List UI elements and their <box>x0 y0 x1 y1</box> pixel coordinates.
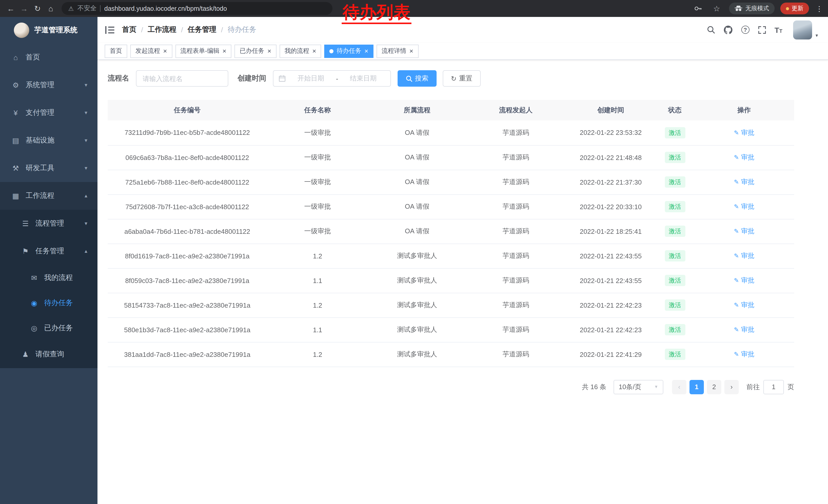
page-size-value: 10条/页 <box>619 382 641 392</box>
action-cell: ✎审批 <box>694 145 794 170</box>
page-button-2[interactable]: 2 <box>707 380 721 394</box>
table-row: 75d72608-7b7f-11ec-a3c8-acde48001122一级审批… <box>108 194 794 219</box>
user-menu[interactable]: ▼ <box>793 20 819 39</box>
breadcrumb-separator: / <box>141 26 143 34</box>
approve-button[interactable]: ✎审批 <box>734 251 754 261</box>
font-size-small-T: T <box>779 29 782 34</box>
octocat-icon <box>724 26 733 34</box>
approve-label: 审批 <box>741 301 754 310</box>
next-page-button[interactable]: › <box>724 380 739 394</box>
browser-forward-button[interactable]: → <box>17 2 31 15</box>
approve-button[interactable]: ✎审批 <box>734 301 754 310</box>
user-icon: ♟ <box>21 350 30 358</box>
end-date-placeholder: 结束日期 <box>341 74 385 83</box>
app-logo[interactable]: 芋道管理系统 <box>0 17 97 44</box>
sidebar-item-home[interactable]: ⌂首页 <box>0 44 97 71</box>
sidebar-item-my-process[interactable]: ✉我的流程 <box>0 265 97 290</box>
date-range-separator: - <box>336 75 338 82</box>
sidebar-item-system[interactable]: ⚙系统管理▼ <box>0 71 97 99</box>
fullscreen-icon[interactable] <box>758 26 766 34</box>
status-badge: 激活 <box>665 300 685 311</box>
task-name-cell: 一级审批 <box>267 145 368 170</box>
column-header: 流程发起人 <box>466 100 566 121</box>
tab-form-edit[interactable]: 流程表单-编辑× <box>175 44 232 58</box>
sidebar-item-label: 请假查询 <box>35 350 88 359</box>
task-name-cell: 一级审批 <box>267 219 368 243</box>
sidebar-item-leave-query[interactable]: ♟请假查询 <box>0 340 97 368</box>
task-name-cell: 1.1 <box>267 317 368 342</box>
browser-reload-button[interactable]: ↻ <box>31 2 44 15</box>
sidebar-item-infrastructure[interactable]: ▤基础设施▼ <box>0 127 97 154</box>
breadcrumb-item[interactable]: 首页 <box>122 25 136 34</box>
chevron-down-icon: ▼ <box>84 110 88 116</box>
browser-menu-icon[interactable]: ⋮ <box>816 4 823 12</box>
font-size-icon[interactable]: TT <box>775 26 783 34</box>
search-icon[interactable] <box>707 26 715 34</box>
sidebar-item-workflow[interactable]: ▦工作流程▲ <box>0 182 97 210</box>
process-name-input[interactable] <box>136 70 228 87</box>
sidebar-item-payment[interactable]: ¥支付管理▼ <box>0 99 97 127</box>
reset-button[interactable]: ↻ 重置 <box>443 70 481 87</box>
sidebar-collapse-button[interactable] <box>105 26 114 34</box>
sidebar-item-label: 待办任务 <box>44 298 88 307</box>
page-button-1[interactable]: 1 <box>690 380 704 394</box>
tab-close-icon[interactable]: × <box>222 48 226 54</box>
sidebar-item-done-task[interactable]: ◎已办任务 <box>0 315 97 340</box>
page-size-select[interactable]: 10条/页 ▼ <box>614 380 663 394</box>
tab-label: 待办任务 <box>337 47 362 55</box>
status-badge: 激活 <box>665 176 685 188</box>
breadcrumb-item[interactable]: 任务管理 <box>188 25 216 34</box>
goto-page-input[interactable] <box>763 380 784 394</box>
approve-button[interactable]: ✎审批 <box>734 153 754 162</box>
date-range-picker[interactable]: 开始日期 - 结束日期 <box>273 70 391 87</box>
sidebar-item-dev-tools[interactable]: ⚒研发工具▼ <box>0 154 97 182</box>
prev-page-button[interactable]: ‹ <box>672 380 687 394</box>
breadcrumb-item[interactable]: 工作流程 <box>148 25 176 34</box>
browser-back-button[interactable]: ← <box>4 2 17 15</box>
process-list-icon: ☰ <box>21 220 30 228</box>
tab-close-icon[interactable]: × <box>313 48 316 54</box>
edit-icon: ✎ <box>734 228 739 235</box>
approve-button[interactable]: ✎审批 <box>734 177 754 187</box>
address-bar[interactable]: ⚠ 不安全 dashboard.yudao.iocoder.cn/bpm/tas… <box>61 2 332 15</box>
search-button-icon <box>406 75 412 82</box>
sidebar: 芋道管理系统 ⌂首页⚙系统管理▼¥支付管理▼▤基础设施▼⚒研发工具▼▦工作流程▲… <box>0 17 97 504</box>
approve-button[interactable]: ✎审批 <box>734 325 754 334</box>
password-key-icon[interactable] <box>691 2 704 15</box>
logo-image <box>14 22 29 38</box>
update-button[interactable]: 更新 <box>780 3 809 14</box>
approve-button[interactable]: ✎审批 <box>734 128 754 137</box>
sidebar-item-todo-task[interactable]: ◉待办任务 <box>0 290 97 315</box>
tab-process-detail[interactable]: 流程详情× <box>377 44 418 58</box>
task-id-cell: 75d72608-7b7f-11ec-a3c8-acde48001122 <box>108 194 267 219</box>
approve-button[interactable]: ✎审批 <box>734 350 754 359</box>
active-tab-dot <box>330 49 334 53</box>
tab-close-icon[interactable]: × <box>365 48 368 54</box>
tab-close-icon[interactable]: × <box>409 48 413 54</box>
github-icon[interactable] <box>724 26 733 34</box>
tab-done-task[interactable]: 已办任务× <box>235 44 276 58</box>
tab-close-icon[interactable]: × <box>267 48 271 54</box>
table-row: 8f0d1619-7ac8-11ec-a9e2-a2380e71991a1.2测… <box>108 243 794 268</box>
action-cell: ✎审批 <box>694 170 794 194</box>
avatar[interactable] <box>793 20 812 39</box>
bookmark-star-icon[interactable]: ☆ <box>710 2 723 15</box>
sidebar-item-task-mgmt[interactable]: ⚑任务管理▲ <box>0 237 97 265</box>
approve-button[interactable]: ✎审批 <box>734 227 754 236</box>
edit-icon: ✎ <box>734 252 739 260</box>
todo-table: 任务编号任务名称所属流程流程发起人创建时间状态操作 73211d9d-7b9b-… <box>108 100 794 367</box>
process-cell: OA 请假 <box>368 121 466 145</box>
help-icon[interactable]: ? <box>741 26 749 34</box>
browser-home-button[interactable]: ⌂ <box>44 2 57 15</box>
search-button[interactable]: 搜索 <box>398 70 437 87</box>
sidebar-item-process-mgmt[interactable]: ☰流程管理▼ <box>0 210 97 237</box>
tab-close-icon[interactable]: × <box>163 48 167 54</box>
tab-my-process[interactable]: 我的流程× <box>280 44 321 58</box>
approve-button[interactable]: ✎审批 <box>734 202 754 211</box>
tab-start-process[interactable]: 发起流程× <box>130 44 172 58</box>
chevron-up-icon: ▲ <box>84 193 88 198</box>
divider <box>100 5 101 12</box>
tab-home[interactable]: 首页 <box>105 44 127 58</box>
approve-button[interactable]: ✎审批 <box>734 276 754 285</box>
tab-todo-task[interactable]: 待办任务× <box>325 44 373 58</box>
